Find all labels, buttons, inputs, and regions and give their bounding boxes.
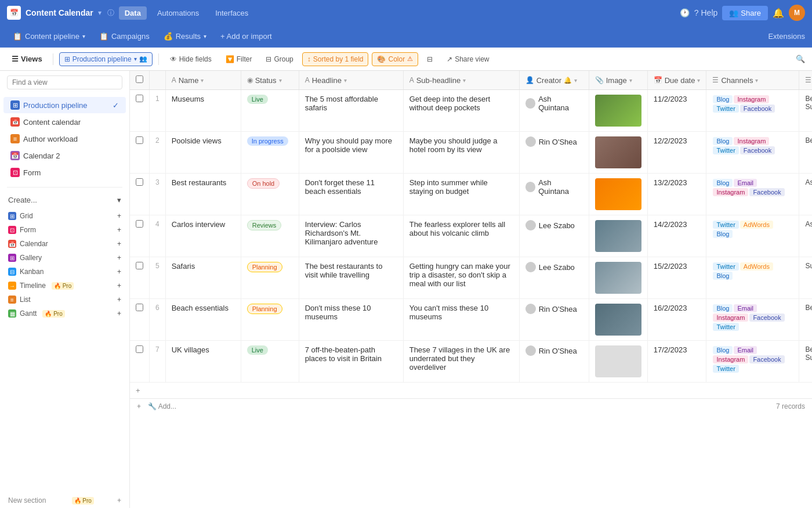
create-form-item[interactable]: ⊡ Form + [0,223,129,237]
group-button[interactable]: ⊟ Group [260,52,298,66]
row-headline-cell[interactable]: Don't forget these 11 beach essentials [299,174,403,215]
row-name-cell[interactable]: Best restaurants [165,174,241,215]
row-due-date-cell[interactable]: 14/2/2023 [647,215,706,257]
hide-fields-button[interactable]: 👁 Hide fields [165,52,217,66]
create-grid-plus[interactable]: + [117,212,121,220]
add-with-options-button[interactable]: 🔧 Add... [148,402,176,410]
th-headline[interactable]: A Headline ▾ [299,71,403,90]
row-checkbox[interactable] [136,304,143,311]
row-channels-cell[interactable]: BlogInstagramTwitterFacebook [706,132,799,174]
row-checkbox-cell[interactable] [130,341,150,383]
title-dropdown-icon[interactable]: ▾ [98,9,102,17]
row-channels-cell[interactable]: BlogEmailInstagramFacebookTwitter [706,299,799,341]
th-sub-headline[interactable]: A Sub-headline ▾ [403,71,519,90]
th-name[interactable]: A Name ▾ [165,71,241,90]
extensions-button[interactable]: Extensions [768,32,805,41]
create-calendar-plus[interactable]: + [117,240,121,248]
th-due-date[interactable]: 📅 Due date ▾ [647,71,706,90]
status-col-dropdown[interactable]: ▾ [279,77,282,84]
filter-button[interactable]: 🔽 Filter [220,52,258,66]
row-checkbox[interactable] [136,345,143,353]
row-checkbox-cell[interactable] [130,174,150,215]
th-creator[interactable]: 👤 Creator 🔔 ▾ [519,71,589,90]
row-creator-cell[interactable]: Ash Quintana [519,174,589,215]
row-checkbox-cell[interactable] [130,215,150,257]
nav-automations-tab[interactable]: Automations [151,6,205,20]
sidebar-item-form[interactable]: ⊡ Form [3,164,126,181]
row-name-cell[interactable]: Museums [165,90,241,132]
row-campaigns-cell[interactable]: Best vacation everSummer travel spotligh… [799,90,812,132]
row-channels-cell[interactable]: BlogEmailInstagramFacebookTwitter [706,341,799,383]
th-campaigns[interactable]: ☰ Campaigns (from...) ▾ [799,71,812,90]
color-button[interactable]: 🎨 Color ⚠ [372,52,418,66]
row-image-cell[interactable] [589,257,647,299]
row-status-cell[interactable]: In progress [241,132,299,174]
create-form-plus[interactable]: + [117,226,121,234]
row-campaigns-cell[interactable]: Best vacation ever [799,299,812,341]
row-campaigns-cell[interactable]: Best vacation everSummer travel spotligh… [799,341,812,383]
row-campaigns-cell[interactable]: Ask a connoisseur [799,215,812,257]
row-name-cell[interactable]: Carlos interview [165,215,241,257]
row-sub-headline-cell[interactable]: The fearless explorer tells all about hi… [403,215,519,257]
history-button[interactable]: 🕐 [680,8,690,17]
row-headline-cell[interactable]: 7 off-the-beaten-path places to visit in… [299,341,403,383]
row-due-date-cell[interactable]: 13/2/2023 [647,174,706,215]
nav-interfaces-tab[interactable]: Interfaces [209,6,254,20]
row-headline-cell[interactable]: Don't miss these 10 museums [299,299,403,341]
row-name-cell[interactable]: Safaris [165,257,241,299]
row-checkbox[interactable] [136,262,143,269]
row-creator-cell[interactable]: Ash Quintana [519,90,589,132]
row-status-cell[interactable]: Reviews [241,215,299,257]
headline-col-dropdown[interactable]: ▾ [344,77,347,84]
row-checkbox[interactable] [136,95,143,102]
share-button[interactable]: 👥 Share [722,6,768,20]
create-timeline-item[interactable]: → Timeline 🔥 Pro + [0,279,129,293]
sort-button[interactable]: ↕ Sorted by 1 field [302,52,369,66]
row-campaigns-cell[interactable]: Summer travel spotlight [799,257,812,299]
row-image-cell[interactable] [589,299,647,341]
new-section-button[interactable]: New section 🔥 Pro + [0,493,129,508]
view-dropdown-icon[interactable]: ▾ [134,56,137,62]
sidebar-create-toggle[interactable]: Create... ▾ [0,191,129,209]
notification-bell[interactable]: 🔔 [773,8,784,19]
sidebar-item-calendar-2[interactable]: 📅 Calendar 2 [3,147,126,164]
new-section-plus[interactable]: + [117,496,121,505]
pipeline-dropdown[interactable]: ▾ [82,33,85,39]
name-col-dropdown[interactable]: ▾ [201,77,204,84]
image-col-dropdown[interactable]: ▾ [629,77,632,84]
row-image-cell[interactable] [589,174,647,215]
row-due-date-cell[interactable]: 15/2/2023 [647,257,706,299]
create-kanban-item[interactable]: ⊟ Kanban + [0,265,129,279]
row-status-cell[interactable]: On hold [241,174,299,215]
add-or-import-button[interactable]: + Add or import [215,30,278,43]
row-creator-cell[interactable]: Rin O'Shea [519,341,589,383]
add-record-button[interactable]: + [137,402,141,410]
nav-data-tab[interactable]: Data [119,6,147,20]
row-sub-headline-cell[interactable]: Getting hungry can make your trip a disa… [403,257,519,299]
row-name-cell[interactable]: UK villages [165,341,241,383]
create-grid-item[interactable]: ⊞ Grid + [0,209,129,223]
row-status-cell[interactable]: Live [241,341,299,383]
sidebar-item-production-pipeline[interactable]: ⊞ Production pipeline ✓ [3,97,126,113]
row-headline-cell[interactable]: The 5 most affordable safaris [299,90,403,132]
row-sub-headline-cell[interactable]: You can't miss these 10 museums [403,299,519,341]
create-list-plus[interactable]: + [117,296,121,304]
th-image[interactable]: 📎 Image ▾ [589,71,647,90]
subnav-results[interactable]: 💰 Results ▾ [158,30,212,43]
row-campaigns-cell[interactable]: Ask a connoisseur [799,174,812,215]
row-checkbox[interactable] [136,136,143,144]
create-timeline-plus[interactable]: + [117,282,121,290]
row-campaigns-cell[interactable]: Best vacation ever [799,132,812,174]
production-pipeline-view-btn[interactable]: ⊞ Production pipeline ▾ 👥 [59,52,153,66]
search-view-input[interactable] [7,75,122,89]
row-checkbox[interactable] [136,220,143,228]
subnav-campaigns[interactable]: 📋 Campaigns [93,30,155,43]
row-channels-cell[interactable]: BlogInstagramTwitterFacebook [706,90,799,132]
row-image-cell[interactable] [589,215,647,257]
row-height-button[interactable]: ⊟ [422,52,438,66]
due-col-dropdown[interactable]: ▾ [697,77,700,84]
share-view-button[interactable]: ↗ Share view [441,52,494,66]
row-sub-headline-cell[interactable]: These 7 villages in the UK are underrate… [403,341,519,383]
row-image-cell[interactable] [589,341,647,383]
row-due-date-cell[interactable]: 16/2/2023 [647,299,706,341]
